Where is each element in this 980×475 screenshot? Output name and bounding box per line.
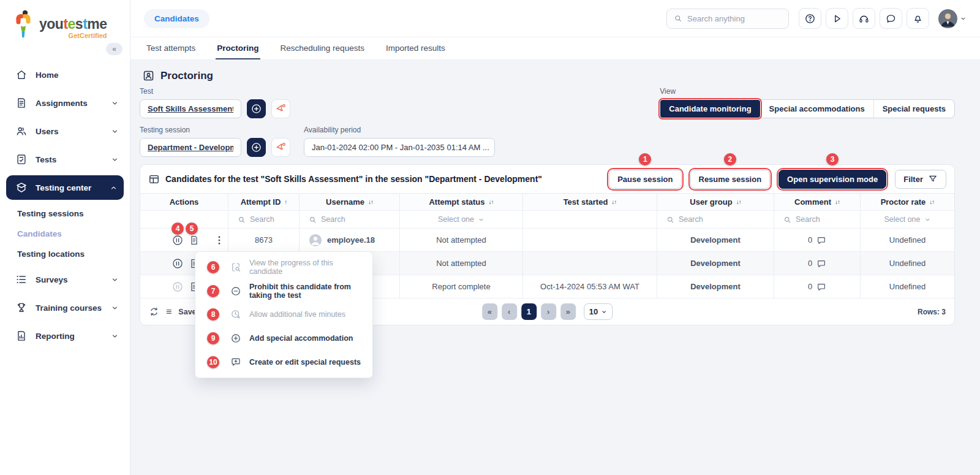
tab-proctoring[interactable]: Proctoring <box>216 37 260 59</box>
col-proctor-rate[interactable]: Proctor rate↓↑ <box>861 194 954 211</box>
pause-session-button[interactable]: 1 Pause session <box>609 170 681 189</box>
attempt-id-search[interactable]: Search <box>228 211 300 229</box>
view-option-special-accommodations[interactable]: Special accommodations <box>760 100 873 118</box>
tab-rescheduling-requests[interactable]: Rescheduling requests <box>279 37 366 59</box>
open-supervision-mode-button[interactable]: 3 Open supervision mode <box>778 170 886 189</box>
sort-icon[interactable]: ↓↑ <box>611 199 616 205</box>
comment-bubble-icon[interactable] <box>816 235 826 245</box>
attempt-id-cell: 8673 <box>228 229 300 252</box>
test-started-cell <box>523 252 657 275</box>
notifications-button[interactable] <box>907 8 929 29</box>
attempt-status-select[interactable]: Select one <box>400 211 523 229</box>
sort-icon[interactable]: ↓↑ <box>489 199 494 205</box>
sidebar: youtestme GetCertified « Home Assignment… <box>0 0 130 475</box>
tab-test-attempts[interactable]: Test attempts <box>145 37 197 59</box>
user-avatar[interactable] <box>938 9 957 28</box>
col-user-group[interactable]: User group↓↑ <box>657 194 774 211</box>
menu-item-view-progress[interactable]: 6 View the progress of this candidate <box>195 256 372 279</box>
comment-cell[interactable]: 0 <box>774 252 861 275</box>
messages-button[interactable] <box>880 8 902 29</box>
sidebar-item-users[interactable]: Users <box>0 117 130 145</box>
chevron-down-icon <box>601 309 607 315</box>
testing-session-select[interactable]: Department - Developm... <box>140 138 241 157</box>
comment-cell[interactable]: 0 <box>774 275 861 298</box>
plus-circle-icon <box>251 103 262 115</box>
sidebar-item-testing-sessions[interactable]: Testing sessions <box>0 203 130 224</box>
brand-part: s <box>75 16 83 32</box>
col-attempt-id[interactable]: Attempt ID↑ <box>228 194 300 211</box>
resume-session-button[interactable]: 2 Resume session <box>690 170 771 189</box>
filter-button[interactable]: Filter <box>895 170 946 189</box>
sidebar-item-testing-locations[interactable]: Testing locations <box>0 244 130 264</box>
sidebar-item-label: Home <box>36 70 59 80</box>
session-details-button[interactable] <box>247 138 266 157</box>
menu-item-prohibit-candidate[interactable]: 7 Prohibit this candidate from taking th… <box>195 279 372 303</box>
open-supervision-label: Open supervision mode <box>787 175 878 184</box>
page-size-select[interactable]: 10 <box>584 303 612 320</box>
sort-icon[interactable]: ↓↑ <box>368 199 373 205</box>
breadcrumb-candidates-chip[interactable]: Candidates <box>144 9 209 28</box>
comment-bubble-icon[interactable] <box>816 259 826 268</box>
user-group-cell[interactable]: Development <box>657 275 774 298</box>
sort-asc-icon[interactable]: ↑ <box>284 199 287 205</box>
session-clear-filter-button[interactable] <box>271 138 290 157</box>
sidebar-item-home[interactable]: Home <box>0 61 130 89</box>
user-group-cell[interactable]: Development <box>657 229 774 252</box>
sidebar-item-reporting[interactable]: Reporting <box>0 322 130 350</box>
comment-search[interactable]: Search <box>774 211 861 229</box>
tab-imported-results[interactable]: Imported results <box>385 37 447 59</box>
help-button[interactable] <box>799 8 821 29</box>
pause-candidate-icon[interactable] <box>172 257 184 270</box>
user-group-cell[interactable]: Development <box>657 252 774 275</box>
search-input[interactable] <box>687 14 782 23</box>
sidebar-item-training-courses[interactable]: Training courses <box>0 294 130 322</box>
user-menu[interactable] <box>938 9 967 28</box>
test-details-button[interactable] <box>247 99 266 118</box>
brand-part: me <box>87 16 107 32</box>
sidebar-item-testing-center[interactable]: Testing center <box>6 175 124 200</box>
next-page-button[interactable]: › <box>541 303 556 320</box>
report-icon[interactable] <box>189 235 200 246</box>
tutorials-button[interactable] <box>826 8 848 29</box>
support-button[interactable] <box>853 8 875 29</box>
menu-item-create-edit-special-requests[interactable]: 10 Create or edit special requests <box>195 350 372 374</box>
comment-bubble-icon[interactable] <box>816 282 826 292</box>
username-cell[interactable]: employee.18 <box>300 229 400 252</box>
menu-item-add-special-accommodation[interactable]: 9 Add special accommodation <box>195 327 372 351</box>
test-select[interactable]: Soft Skills Assessment <box>140 99 241 118</box>
view-option-candidate-monitoring[interactable]: Candidate monitoring <box>660 100 760 118</box>
comment-cell[interactable]: 0 <box>774 229 861 252</box>
sidebar-item-candidates[interactable]: Candidates <box>0 224 130 244</box>
col-username[interactable]: Username↓↑ <box>300 194 400 211</box>
first-page-button[interactable]: « <box>482 303 497 320</box>
sidebar-item-tests[interactable]: Tests <box>0 145 130 173</box>
username-search[interactable]: Search <box>300 211 400 229</box>
last-page-button[interactable]: » <box>560 303 576 320</box>
username-link[interactable]: employee.18 <box>327 235 375 245</box>
current-page-button[interactable]: 1 <box>521 303 537 320</box>
prev-page-button[interactable]: ‹ <box>502 303 517 320</box>
availability-period-input[interactable]: Jan-01-2024 02:00 PM - Jan-01-2035 01:14… <box>304 138 495 157</box>
col-attempt-status[interactable]: Attempt status↓↑ <box>400 194 523 211</box>
sidebar-collapse-button[interactable]: « <box>106 43 123 55</box>
col-test-started[interactable]: Test started↓↑ <box>523 194 657 211</box>
col-comment[interactable]: Comment↓↑ <box>774 194 861 211</box>
sidebar-item-assignments[interactable]: Assignments <box>0 89 130 117</box>
app-root: youtestme GetCertified « Home Assignment… <box>0 0 980 475</box>
proctor-rate-select[interactable]: Select one <box>861 211 954 229</box>
comment-count: 0 <box>808 259 812 268</box>
test-clear-filter-button[interactable] <box>271 99 290 118</box>
refresh-icon[interactable] <box>149 306 159 317</box>
sort-icon[interactable]: ↓↑ <box>736 199 741 205</box>
sort-icon[interactable]: ↓↑ <box>835 199 840 205</box>
annotation-badge-4: 4 <box>172 222 184 235</box>
sidebar-item-surveys[interactable]: Surveys <box>0 265 130 294</box>
sort-icon[interactable]: ↓↑ <box>929 199 934 205</box>
pause-candidate-icon[interactable] <box>172 234 184 246</box>
columns-menu-icon[interactable]: ≡ <box>166 306 172 317</box>
row-kebab-menu[interactable]: ⋮ <box>214 235 224 245</box>
surveys-icon <box>15 273 28 286</box>
user-group-search[interactable]: Search <box>657 211 774 229</box>
view-option-special-requests[interactable]: Special requests <box>873 100 954 118</box>
menu-item-allow-additional-minutes[interactable]: 8 Allow additional five minutes <box>195 303 372 327</box>
